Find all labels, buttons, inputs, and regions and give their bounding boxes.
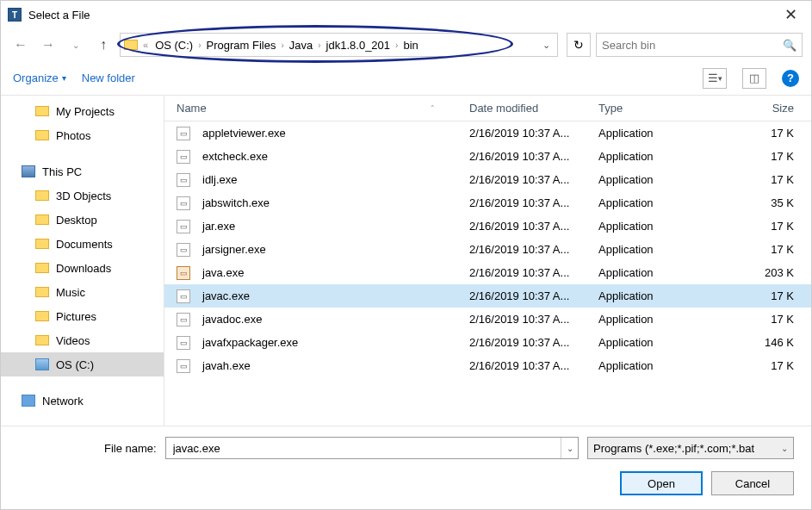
file-row[interactable]: ▭javadoc.exe2/16/2019 10:37 A...Applicat… bbox=[164, 308, 811, 331]
filename-combo[interactable]: ⌄ bbox=[165, 437, 579, 459]
drive-icon bbox=[35, 358, 49, 370]
file-name: javadoc.exe bbox=[202, 313, 262, 326]
folder-icon bbox=[35, 106, 49, 116]
file-row[interactable]: ▭javac.exe2/16/2019 10:37 A...Applicatio… bbox=[164, 284, 811, 308]
exe-icon: ▭ bbox=[177, 359, 190, 373]
chevron-down-icon: ⌄ bbox=[781, 444, 788, 453]
sidebar-item-music[interactable]: Music bbox=[1, 280, 164, 304]
overflow-chevron-icon[interactable]: « bbox=[143, 40, 148, 50]
file-date: 2/16/2019 10:37 A... bbox=[469, 243, 598, 256]
file-size: 17 K bbox=[728, 359, 811, 372]
window-title: Select a File bbox=[28, 9, 778, 22]
breadcrumb-item[interactable]: Program Files bbox=[201, 39, 282, 52]
breadcrumb-item[interactable]: jdk1.8.0_201 bbox=[321, 39, 395, 52]
file-date: 2/16/2019 10:37 A... bbox=[469, 127, 598, 140]
sidebar-item-3d-objects[interactable]: 3D Objects bbox=[1, 183, 164, 208]
refresh-icon: ↻ bbox=[573, 38, 584, 52]
sidebar-item-my-projects[interactable]: My Projects bbox=[1, 99, 164, 123]
sidebar-item-os-c[interactable]: OS (C:) bbox=[1, 352, 164, 376]
sidebar-item-downloads[interactable]: Downloads bbox=[1, 256, 164, 280]
back-button[interactable]: ← bbox=[9, 34, 32, 56]
file-name: javah.exe bbox=[202, 359, 251, 372]
address-dropdown-icon[interactable]: ⌄ bbox=[539, 40, 554, 51]
file-name: jabswitch.exe bbox=[202, 196, 270, 209]
exe-icon: ▭ bbox=[177, 266, 190, 280]
file-type: Application bbox=[598, 266, 728, 279]
file-row[interactable]: ▭jarsigner.exe2/16/2019 10:37 A...Applic… bbox=[164, 238, 811, 261]
file-type-filter[interactable]: Programs (*.exe;*.pif;*.com;*.bat ⌄ bbox=[587, 437, 794, 459]
exe-icon: ▭ bbox=[177, 220, 190, 233]
file-name: extcheck.exe bbox=[202, 150, 268, 163]
folder-icon bbox=[35, 190, 49, 201]
file-row[interactable]: ▭idlj.exe2/16/2019 10:37 A...Application… bbox=[164, 168, 811, 191]
file-row[interactable]: ▭extcheck.exe2/16/2019 10:37 A...Applica… bbox=[164, 145, 811, 168]
file-row[interactable]: ▭jar.exe2/16/2019 10:37 A...Application1… bbox=[164, 215, 811, 238]
exe-icon: ▭ bbox=[177, 196, 190, 210]
sidebar-item-photos[interactable]: Photos bbox=[1, 123, 164, 147]
sidebar-item-this-pc[interactable]: This PC bbox=[1, 159, 164, 183]
sort-ascending-icon: ˄ bbox=[431, 104, 435, 113]
file-size: 146 K bbox=[728, 336, 811, 349]
sidebar-item-desktop[interactable]: Desktop bbox=[1, 208, 164, 232]
column-header-name[interactable]: Name˄ bbox=[177, 102, 469, 115]
breadcrumb-item[interactable]: bin bbox=[398, 39, 423, 52]
app-icon: T bbox=[8, 8, 22, 22]
file-name: appletviewer.exe bbox=[202, 127, 286, 140]
file-type: Application bbox=[598, 173, 728, 186]
chevron-down-icon[interactable]: ⌄ bbox=[561, 438, 578, 458]
sidebar-item-network[interactable]: Network bbox=[1, 389, 164, 413]
organize-menu[interactable]: Organize ▾ bbox=[13, 72, 66, 84]
file-row[interactable]: ▭javah.exe2/16/2019 10:37 A...Applicatio… bbox=[164, 354, 811, 377]
file-type: Application bbox=[598, 220, 728, 233]
sidebar-item-pictures[interactable]: Pictures bbox=[1, 304, 164, 328]
breadcrumb-item[interactable]: Java bbox=[284, 39, 318, 52]
address-bar[interactable]: « OS (C:) › Program Files › Java › jdk1.… bbox=[120, 33, 558, 57]
folder-icon bbox=[35, 287, 49, 297]
file-row[interactable]: ▭appletviewer.exe2/16/2019 10:37 A...App… bbox=[164, 121, 811, 145]
search-input[interactable] bbox=[602, 39, 783, 52]
sidebar-item-videos[interactable]: Videos bbox=[1, 328, 164, 352]
file-date: 2/16/2019 10:37 A... bbox=[469, 313, 598, 326]
preview-pane-button[interactable]: ◫ bbox=[742, 68, 766, 89]
search-box[interactable]: 🔍 bbox=[596, 33, 803, 57]
sidebar-item-documents[interactable]: Documents bbox=[1, 232, 164, 256]
pc-icon bbox=[22, 165, 35, 177]
file-name: javac.exe bbox=[202, 289, 250, 302]
file-date: 2/16/2019 10:37 A... bbox=[469, 289, 598, 302]
file-type: Application bbox=[598, 196, 728, 209]
up-button[interactable]: ↑ bbox=[92, 34, 115, 56]
file-row[interactable]: ▭javafxpackager.exe2/16/2019 10:37 A...A… bbox=[164, 331, 811, 354]
file-size: 17 K bbox=[728, 289, 811, 302]
refresh-button[interactable]: ↻ bbox=[567, 33, 591, 57]
folder-icon bbox=[35, 263, 49, 273]
open-button[interactable]: Open bbox=[620, 471, 703, 495]
recent-dropdown[interactable]: ⌄ bbox=[65, 34, 87, 56]
file-size: 17 K bbox=[728, 220, 811, 233]
forward-button: → bbox=[37, 34, 59, 56]
column-headers: Name˄ Date modified Type Size bbox=[164, 96, 811, 121]
file-row[interactable]: ▭java.exe2/16/2019 10:37 A...Application… bbox=[164, 261, 811, 284]
view-mode-button[interactable]: ☰ ▾ bbox=[703, 68, 727, 89]
folder-icon bbox=[35, 215, 49, 225]
nav-row: ← → ⌄ ↑ « OS (C:) › Program Files › Java… bbox=[1, 28, 811, 61]
file-row[interactable]: ▭jabswitch.exe2/16/2019 10:37 A...Applic… bbox=[164, 191, 811, 215]
file-type: Application bbox=[598, 359, 728, 372]
filename-input[interactable] bbox=[166, 438, 561, 458]
file-date: 2/16/2019 10:37 A... bbox=[469, 336, 598, 349]
filename-label: File name: bbox=[104, 442, 157, 455]
breadcrumb-item[interactable]: OS (C:) bbox=[150, 39, 198, 52]
sidebar: My Projects Photos This PC 3D Objects De… bbox=[1, 96, 164, 426]
file-type: Application bbox=[598, 289, 728, 302]
search-icon: 🔍 bbox=[783, 39, 797, 52]
column-header-date[interactable]: Date modified bbox=[469, 102, 598, 115]
help-button[interactable]: ? bbox=[782, 70, 799, 87]
file-size: 17 K bbox=[728, 313, 811, 326]
column-header-size[interactable]: Size bbox=[728, 102, 811, 115]
file-date: 2/16/2019 10:37 A... bbox=[469, 196, 598, 209]
new-folder-button[interactable]: New folder bbox=[82, 72, 135, 84]
column-header-type[interactable]: Type bbox=[598, 102, 728, 115]
folder-icon bbox=[35, 335, 49, 345]
close-button[interactable]: ✕ bbox=[778, 5, 804, 24]
file-size: 17 K bbox=[728, 150, 811, 163]
cancel-button[interactable]: Cancel bbox=[711, 471, 794, 495]
